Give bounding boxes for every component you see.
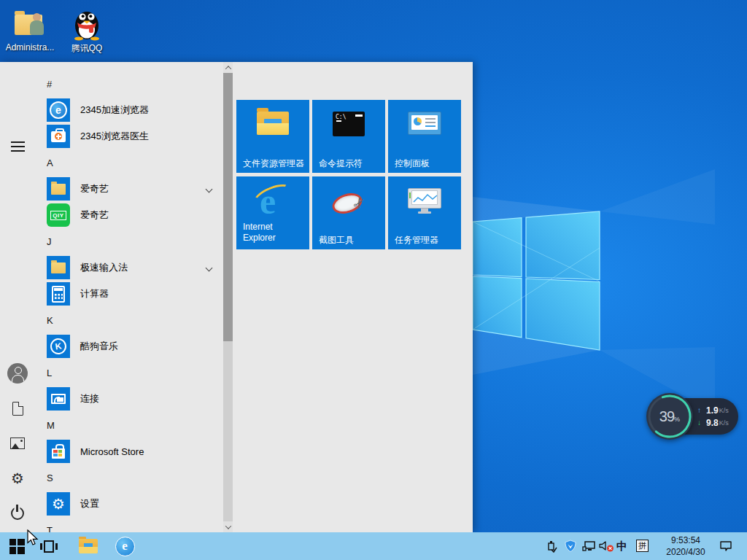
2345-browser-icon: e xyxy=(47,98,70,122)
browser-e-icon: e xyxy=(115,537,135,556)
documents-button[interactable] xyxy=(0,391,35,426)
download-speed: ↓ 9.8 K/s xyxy=(697,418,738,428)
settings-button[interactable]: ⚙ xyxy=(0,461,35,496)
app-item-microsoft-store[interactable]: Microsoft Store xyxy=(35,438,222,464)
memory-usage-ball[interactable]: 39% xyxy=(646,393,693,440)
file-explorer-icon xyxy=(257,112,289,135)
desktop-icon-label: Administra... xyxy=(4,42,55,52)
browser-taskbar-button[interactable]: e xyxy=(112,532,137,560)
scroll-up-button[interactable] xyxy=(223,62,233,73)
tile-internet-explorer[interactable]: e Internet Explorer xyxy=(236,176,309,249)
folder-icon xyxy=(79,539,98,553)
user-account-button[interactable] xyxy=(0,356,35,391)
user-avatar-icon xyxy=(7,363,28,384)
document-icon xyxy=(12,402,23,416)
power-button[interactable] xyxy=(0,496,35,531)
chevron-up-icon xyxy=(225,66,231,71)
app-section-header[interactable]: J xyxy=(35,228,222,254)
app-section-header[interactable]: L xyxy=(35,359,222,386)
task-manager-icon xyxy=(408,188,441,216)
task-view-icon xyxy=(44,540,54,553)
chevron-down-icon xyxy=(225,523,231,529)
folder-icon xyxy=(47,177,70,201)
app-item-browser-doctor[interactable]: 2345浏览器医生 xyxy=(35,123,222,149)
hamburger-icon xyxy=(11,141,25,152)
scrollbar-thumb[interactable] xyxy=(223,73,233,341)
scroll-down-button[interactable] xyxy=(223,521,233,532)
app-section-header[interactable]: K xyxy=(35,307,222,333)
power-icon xyxy=(11,507,24,520)
tile-snipping-tool[interactable]: ✂ 截图工具 xyxy=(312,176,385,249)
task-view-button[interactable] xyxy=(38,532,60,560)
file-explorer-taskbar-button[interactable] xyxy=(76,532,101,560)
control-panel-icon xyxy=(408,112,441,135)
snipping-tool-icon: ✂ xyxy=(330,188,367,220)
usb-tray-button[interactable] xyxy=(543,532,560,560)
network-tray-button[interactable] xyxy=(580,532,597,560)
tile-task-manager[interactable]: 任务管理器 xyxy=(388,176,461,249)
shield-icon xyxy=(564,540,577,553)
tile-file-explorer[interactable]: 文件资源管理器 xyxy=(236,100,309,173)
taskbar: e 中 拼 9:53:54 2020/4/30 xyxy=(0,532,747,560)
desktop-icon-label: 腾讯QQ xyxy=(61,42,112,55)
action-center-button[interactable] xyxy=(715,532,737,560)
usb-eject-icon xyxy=(546,540,557,553)
connect-icon xyxy=(47,387,70,411)
app-item-settings[interactable]: ⚙ 设置 xyxy=(35,491,222,517)
gear-icon: ⚙ xyxy=(11,471,24,486)
clock[interactable]: 9:53:54 2020/4/30 xyxy=(654,534,718,558)
volume-muted-icon xyxy=(599,540,615,553)
app-section-header[interactable]: M xyxy=(35,412,222,438)
tile-command-prompt[interactable]: C:\ 命令提示符 xyxy=(312,100,385,173)
command-prompt-icon: C:\ xyxy=(333,112,365,136)
app-item-connect[interactable]: 连接 xyxy=(35,386,222,412)
iqiyi-icon: QIY xyxy=(47,203,70,227)
windows-start-icon xyxy=(9,539,25,554)
ethernet-icon xyxy=(582,540,596,552)
expand-menu-button[interactable] xyxy=(0,129,35,164)
picture-icon xyxy=(10,438,25,449)
app-folder-iqiyi[interactable]: 爱奇艺 xyxy=(35,176,222,202)
settings-icon: ⚙ xyxy=(47,492,70,516)
notification-bubble-icon xyxy=(719,540,732,552)
clock-date: 2020/4/30 xyxy=(654,546,718,558)
start-menu: ⚙ # e 2345加速浏览器 2345浏览器医生 A 爱奇艺 QIY 爱奇艺 … xyxy=(0,62,473,532)
start-button[interactable] xyxy=(6,532,28,560)
ime-language-indicator[interactable]: 中 xyxy=(616,540,627,553)
browser-doctor-icon xyxy=(47,125,70,148)
calculator-icon xyxy=(47,282,70,306)
pictures-button[interactable] xyxy=(0,426,35,461)
folder-icon xyxy=(47,256,70,279)
app-item-iqiyi[interactable]: QIY 爱奇艺 xyxy=(35,202,222,228)
chevron-down-icon xyxy=(206,265,213,272)
app-section-header[interactable]: # xyxy=(35,71,222,97)
app-list-scrollbar[interactable] xyxy=(223,62,233,532)
up-arrow-icon: ↑ xyxy=(697,406,706,414)
chevron-down-icon xyxy=(206,186,213,193)
net-speed-widget[interactable]: ↑ 1.9 K/s ↓ 9.8 K/s 39% xyxy=(646,393,738,440)
clock-time: 9:53:54 xyxy=(654,534,718,546)
down-arrow-icon: ↓ xyxy=(697,419,706,427)
ime-pinyin-badge[interactable]: 拼 xyxy=(636,540,649,552)
app-section-header[interactable]: A xyxy=(35,149,222,176)
qq-penguin-icon xyxy=(69,6,104,41)
security-tray-button[interactable] xyxy=(562,532,579,560)
kugou-icon: K xyxy=(47,335,70,358)
app-section-header[interactable]: S xyxy=(35,464,222,491)
desktop-icon-administrator[interactable]: Administra... xyxy=(4,6,55,52)
volume-tray-button[interactable] xyxy=(597,532,616,560)
store-icon xyxy=(47,440,70,463)
app-folder-jisu-ime[interactable]: 极速输入法 xyxy=(35,254,222,281)
desktop-icon-qq[interactable]: 腾讯QQ xyxy=(61,6,112,55)
app-item-2345-browser[interactable]: e 2345加速浏览器 xyxy=(35,97,222,123)
user-folder-icon xyxy=(12,6,47,41)
upload-speed: ↑ 1.9 K/s xyxy=(697,405,738,416)
app-list: # e 2345加速浏览器 2345浏览器医生 A 爱奇艺 QIY 爱奇艺 J … xyxy=(35,71,222,532)
internet-explorer-icon: e xyxy=(254,182,292,220)
app-item-calculator[interactable]: 计算器 xyxy=(35,281,222,307)
start-menu-rail: ⚙ xyxy=(0,62,35,532)
app-item-kugou[interactable]: K 酷狗音乐 xyxy=(35,333,222,359)
tile-control-panel[interactable]: 控制面板 xyxy=(388,100,461,173)
app-section-header[interactable]: T xyxy=(35,517,222,532)
